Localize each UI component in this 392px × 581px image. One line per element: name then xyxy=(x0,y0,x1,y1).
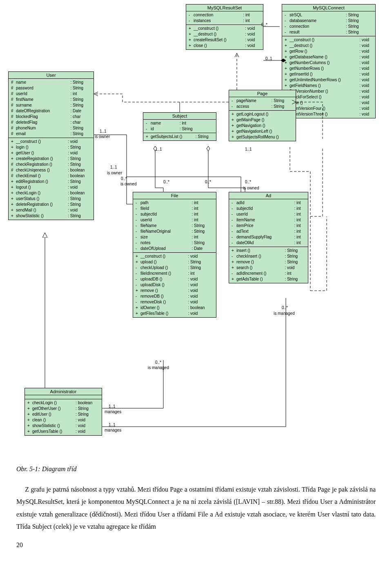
page-number: 20 xyxy=(0,541,392,557)
role-label: is owner xyxy=(107,171,122,175)
class-ad: Ad -adId: int-subjectId: int-userId: int… xyxy=(229,192,308,283)
uml-canvas: User #name: String#password: String#user… xyxy=(0,0,392,465)
mult-label: 0..* xyxy=(155,360,161,365)
mult-label: 1..1 xyxy=(100,129,107,134)
class-administrator: Administrator +checkLogin (): boolean+ge… xyxy=(24,388,102,436)
mult-label: 1..1 xyxy=(109,404,116,409)
role-label: manages xyxy=(105,428,121,432)
mult-label: 1..1 xyxy=(109,423,116,427)
empty-attrs xyxy=(25,395,102,399)
mult-label: 0..1 xyxy=(265,56,272,61)
class-title: MySQLConnect xyxy=(282,4,375,11)
class-file: File -path: int-fileId: int-subjectId: i… xyxy=(133,192,216,318)
ops-section: +__construct (): void+login (): String+g… xyxy=(9,138,94,220)
mult-label: 1..1 xyxy=(110,165,117,169)
class-title: User xyxy=(9,72,94,79)
class-title: Ad xyxy=(229,192,308,199)
class-title: File xyxy=(133,192,216,199)
body-paragraph: Z grafu je patrná násobnost a typy vztah… xyxy=(0,479,392,541)
attrs-section: #name: String#password: String#userId: i… xyxy=(9,79,94,138)
role-label: is owned xyxy=(120,182,136,186)
figure-caption: Obr. 5-1: Diagram tříd xyxy=(0,465,392,479)
class-title: Page xyxy=(229,90,296,97)
class-title: MySQLResultSet xyxy=(186,4,263,11)
mult-label: 0..* xyxy=(245,180,251,184)
mult-label: 1..1 xyxy=(245,147,252,151)
role-label: is managed xyxy=(148,365,169,370)
mult-label: 0..* xyxy=(282,305,288,310)
class-subject: Subject -name: int-id: String +getSubjec… xyxy=(143,112,216,141)
class-title: Administrator xyxy=(25,388,102,395)
role-label: manages xyxy=(105,410,121,414)
role-label: is managed xyxy=(274,311,295,316)
mult-label: 0..* xyxy=(261,22,267,27)
mult-label: 0..* xyxy=(205,180,211,184)
mult-label: 1..1 xyxy=(155,147,162,151)
body-text-content: Z grafu je patrná násobnost a typy vztah… xyxy=(16,486,376,530)
mult-label: 0..* xyxy=(163,180,169,184)
class-mysqlresultset: MySQLResultSet -connection: int-instance… xyxy=(186,4,263,50)
mult-label: 0..* xyxy=(121,176,127,181)
role-label: is owned xyxy=(243,186,259,190)
class-user: User #name: String#password: String#user… xyxy=(8,71,94,220)
role-label: is owner xyxy=(95,134,110,139)
class-title: Subject xyxy=(143,113,216,120)
class-page: Page -pageName: String-access: String +g… xyxy=(229,90,296,141)
